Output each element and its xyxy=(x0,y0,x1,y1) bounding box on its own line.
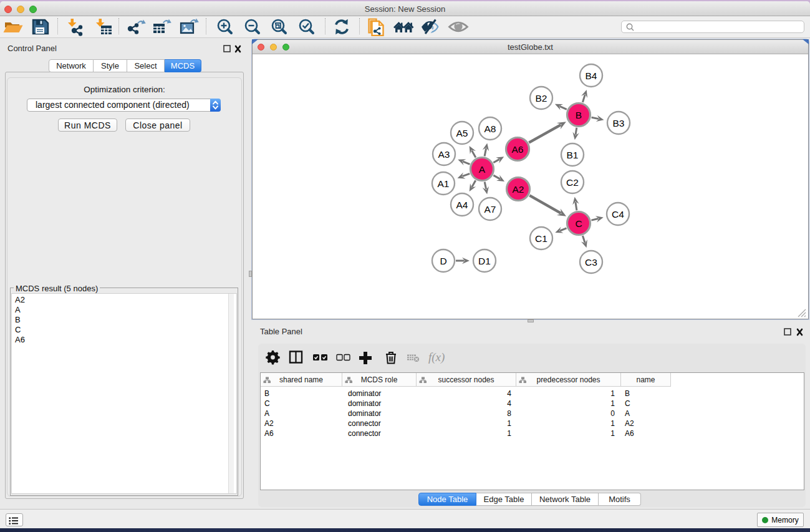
svg-text:C1: C1 xyxy=(535,233,547,244)
svg-text:A7: A7 xyxy=(485,204,496,215)
svg-text:C4: C4 xyxy=(612,209,624,220)
svg-text:B3: B3 xyxy=(613,118,625,128)
svg-text:B2: B2 xyxy=(536,93,547,104)
svg-text:C3: C3 xyxy=(585,257,597,268)
svg-text:f(x): f(x) xyxy=(428,351,445,364)
svg-text:B4: B4 xyxy=(586,70,597,81)
svg-text:A4: A4 xyxy=(456,200,468,210)
svg-text:A2: A2 xyxy=(513,184,524,195)
svg-text:A5: A5 xyxy=(456,128,468,138)
svg-text:C: C xyxy=(575,218,582,229)
svg-text:B1: B1 xyxy=(567,150,579,160)
svg-text:A8: A8 xyxy=(485,123,496,134)
svg-text:B: B xyxy=(576,110,582,120)
svg-text:A1: A1 xyxy=(438,178,450,189)
svg-text:D1: D1 xyxy=(478,256,491,266)
svg-text:C2: C2 xyxy=(566,177,579,188)
svg-text:D: D xyxy=(440,256,446,266)
svg-text:A6: A6 xyxy=(512,144,524,155)
svg-text:A3: A3 xyxy=(438,149,450,160)
svg-text:A: A xyxy=(479,164,486,175)
